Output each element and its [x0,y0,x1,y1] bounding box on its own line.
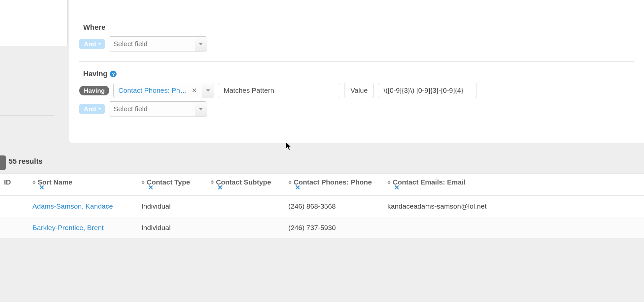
cell-contact-subtype [207,196,284,217]
having-heading-text: Having [83,70,107,78]
where-and-label: And [84,41,96,47]
clear-field-icon[interactable]: ✕ [192,86,197,94]
where-field-placeholder: Select field [109,37,195,51]
table-row: Barkley-Prentice, Brent Individual (246)… [0,217,644,239]
table-header: ID Sort Name ✕ Contact Type ✕ Contact Su… [0,174,644,196]
results-table: ID Sort Name ✕ Contact Type ✕ Contact Su… [0,173,644,239]
caret-down-icon [98,43,101,45]
cell-id [0,196,28,217]
col-contact-subtype-label: Contact Subtype [216,178,271,186]
cell-contact-type: Individual [137,196,207,217]
col-phone[interactable]: Contact Phones: Phone ✕ [284,174,383,195]
value-label-badge[interactable]: Value [344,83,374,98]
sort-icon [32,180,36,185]
where-and-pill[interactable]: And [79,39,105,49]
col-contact-type[interactable]: Contact Type ✕ [137,174,207,195]
pattern-input[interactable] [378,83,477,98]
having-field-selected: Contact Phones: Ph… ✕ [114,83,202,98]
results-count: 55 results [9,157,43,166]
having-field-selected-text: Contact Phones: Ph… [118,86,187,94]
sort-icon [387,180,391,185]
caret-down-icon [98,108,101,110]
help-icon[interactable]: ? [110,71,117,77]
remove-column-icon[interactable]: ✕ [148,184,154,191]
cell-id [0,217,28,238]
having-section: Having ? Having Contact Phones: Ph… ✕ Ma… [79,61,634,117]
where-field-select[interactable]: Select field [109,36,207,51]
results-toggle-stub[interactable] [0,155,6,170]
col-contact-subtype[interactable]: Contact Subtype ✕ [207,174,284,195]
sidebar-stub-top [0,0,68,46]
having-field-select-2[interactable]: Select field [109,101,207,117]
sidebar-stub-mid [0,69,54,116]
having-field-placeholder: Select field [109,102,195,116]
col-email-label: Contact Emails: Email [393,178,466,186]
having-field-select[interactable]: Contact Phones: Ph… ✕ [113,83,214,98]
col-email[interactable]: Contact Emails: Email ✕ [383,174,532,195]
col-id[interactable]: ID [0,174,28,195]
having-pill[interactable]: Having [79,86,109,95]
cell-sort-name[interactable]: Adams-Samson, Kandace [28,196,137,217]
remove-column-icon[interactable]: ✕ [394,184,400,191]
chevron-down-icon [195,102,207,116]
where-section: Where And Select field [79,15,634,51]
col-id-label: ID [4,178,11,186]
table-body: Adams-Samson, Kandace Individual (246) 8… [0,196,644,239]
filter-panel: Where And Select field Having ? Having C… [69,0,644,143]
table-row: Adams-Samson, Kandace Individual (246) 8… [0,196,644,217]
cell-email: kandaceadams-samson@lol.net [383,196,532,217]
col-phone-label: Contact Phones: Phone [294,178,372,186]
col-sort-name[interactable]: Sort Name ✕ [28,174,137,195]
cell-email [383,217,532,238]
sort-icon [141,180,145,185]
chevron-down-icon [195,37,207,51]
cell-sort-name[interactable]: Barkley-Prentice, Brent [28,217,137,238]
remove-column-icon[interactable]: ✕ [295,184,301,191]
cell-phone: (246) 868-3568 [284,196,383,217]
remove-column-icon[interactable]: ✕ [39,184,45,191]
mouse-cursor-icon [286,142,292,151]
where-heading: Where [83,23,634,32]
chevron-down-icon [202,83,214,98]
cell-phone: (246) 737-5930 [284,217,383,238]
operator-select[interactable]: Matches Pattern [218,83,340,98]
remove-column-icon[interactable]: ✕ [217,184,223,191]
having-and-pill[interactable]: And [79,104,105,114]
having-and-label: And [84,106,96,112]
sort-icon [211,180,214,185]
cell-contact-subtype [207,217,284,238]
cell-contact-type: Individual [137,217,207,238]
sort-icon [288,180,292,185]
having-heading: Having ? [83,70,634,78]
